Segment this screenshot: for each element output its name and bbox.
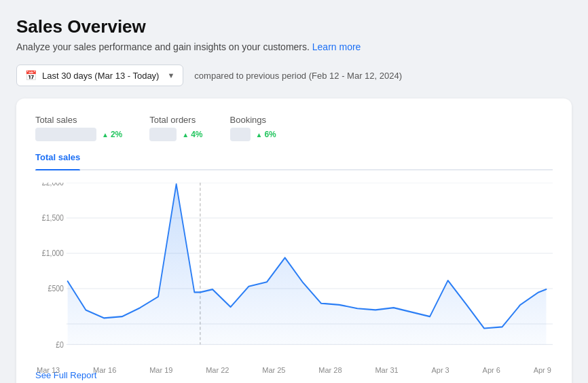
x-label-mar16: Mar 16	[93, 366, 116, 374]
subtitle: Analyze your sales performance and gain …	[16, 41, 572, 52]
metric-change-value-bookings: 6%	[264, 130, 276, 139]
x-label-apr3: Apr 3	[431, 366, 449, 374]
date-range-label: Last 30 days (Mar 13 - Today)	[42, 71, 159, 81]
x-label-mar19: Mar 19	[149, 366, 172, 374]
svg-text:£500: £500	[48, 285, 64, 293]
svg-marker-12	[68, 184, 547, 344]
x-label-mar13: Mar 13	[37, 366, 60, 374]
page-title: Sales Overview	[16, 16, 572, 37]
main-card: Total sales ▲ 2% Total orders ▲ 4% Booki…	[16, 98, 572, 383]
sales-chart: £2,000 £1,500 £1,000 £500 £0	[35, 183, 553, 359]
calendar-icon: 📅	[25, 70, 37, 81]
metric-label-bookings: Bookings	[230, 115, 276, 125]
metric-change-value-orders: 4%	[191, 130, 202, 139]
metric-label-total-sales: Total sales	[35, 115, 122, 125]
arrow-up-icon-orders: ▲	[182, 131, 189, 139]
metric-value-row-sales: ▲ 2%	[35, 128, 122, 141]
subtitle-text: Analyze your sales performance and gain …	[16, 41, 310, 52]
metrics-row: Total sales ▲ 2% Total orders ▲ 4% Booki…	[35, 115, 553, 141]
svg-text:£2,000: £2,000	[42, 183, 64, 187]
metric-value-row-bookings: ▲ 6%	[230, 128, 276, 141]
date-range-dropdown[interactable]: 📅 Last 30 days (Mar 13 - Today) ▼	[16, 65, 183, 86]
date-filter-row: 📅 Last 30 days (Mar 13 - Today) ▼ compar…	[16, 65, 572, 86]
arrow-up-icon-bookings: ▲	[256, 131, 263, 139]
metric-change-sales: ▲ 2%	[102, 130, 122, 139]
x-label-apr6: Apr 6	[483, 366, 500, 374]
metric-value-row-orders: ▲ 4%	[149, 128, 202, 141]
x-label-mar22: Mar 22	[206, 366, 229, 374]
metric-value-orders	[149, 128, 177, 141]
metric-bookings: Bookings ▲ 6%	[230, 115, 304, 141]
compare-label: compared to previous period (Feb 12 - Ma…	[194, 71, 402, 81]
learn-more-link[interactable]: Learn more	[312, 41, 361, 52]
chart-area: £2,000 £1,500 £1,000 £500 £0 Mar 13 Mar …	[35, 183, 553, 359]
tab-total-sales[interactable]: Total sales	[35, 152, 80, 169]
svg-text:£1,500: £1,500	[42, 214, 64, 223]
arrow-up-icon-sales: ▲	[102, 131, 109, 139]
metric-value-sales	[35, 128, 96, 141]
x-label-apr9: Apr 9	[534, 366, 551, 374]
metric-change-orders: ▲ 4%	[182, 130, 202, 139]
metric-total-sales: Total sales ▲ 2%	[35, 115, 149, 141]
metric-change-bookings: ▲ 6%	[256, 130, 276, 139]
metric-label-total-orders: Total orders	[149, 115, 202, 125]
x-label-mar25: Mar 25	[262, 366, 285, 374]
x-label-mar28: Mar 28	[318, 366, 342, 374]
tab-bar: Total sales	[35, 152, 553, 170]
metric-total-orders: Total orders ▲ 4%	[149, 115, 229, 141]
svg-text:£1,000: £1,000	[42, 249, 64, 258]
x-label-mar31: Mar 31	[375, 366, 398, 374]
metric-value-bookings	[230, 128, 251, 141]
metric-change-value-sales: 2%	[111, 130, 122, 139]
chevron-down-icon: ▼	[167, 71, 174, 79]
x-axis-labels: Mar 13 Mar 16 Mar 19 Mar 22 Mar 25 Mar 2…	[35, 366, 553, 374]
svg-text:£0: £0	[56, 340, 64, 349]
